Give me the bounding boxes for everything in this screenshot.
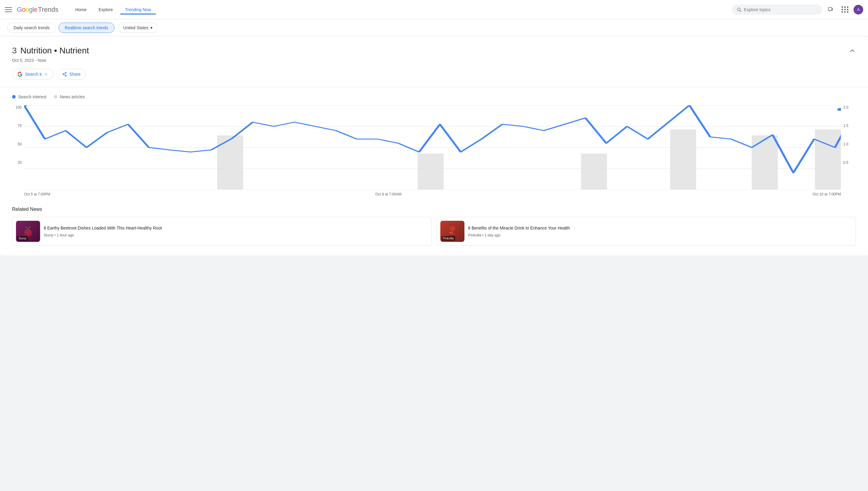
news-bar-4 xyxy=(670,129,696,190)
svg-line-7 xyxy=(64,73,65,74)
news-card-2[interactable]: Pinkvilla 8 Benefits of the Miracle Drin… xyxy=(436,217,856,246)
svg-point-20 xyxy=(450,232,451,234)
svg-point-14 xyxy=(24,229,32,235)
search-box[interactable] xyxy=(732,4,822,15)
header: Google Trends Home Explore Trending Now xyxy=(0,0,868,19)
user-avatar[interactable]: A xyxy=(854,5,863,15)
tab-realtime[interactable]: Realtime search trends xyxy=(59,23,115,33)
news-source-1: Slurrp xyxy=(44,233,53,237)
news-meta-2: Pinkvilla • 1 day ago xyxy=(468,233,852,237)
avatar-text: A xyxy=(857,7,860,12)
news-headline-1: 8 Earthy Beetroot Dishes Loaded With Thi… xyxy=(44,225,428,231)
chart-section: Search interest News articles 100 75 50 … xyxy=(0,87,868,199)
apps-icon xyxy=(841,6,849,13)
news-card-1[interactable]: Slurrp 8 Earthy Beetroot Dishes Loaded W… xyxy=(12,217,432,246)
header-right: A xyxy=(732,4,863,16)
svg-rect-2 xyxy=(829,7,832,10)
svg-point-3 xyxy=(65,72,66,73)
google-trends-logo[interactable]: Google Trends xyxy=(17,6,59,13)
y-right-1-5: 1.5 xyxy=(843,124,848,128)
y-right-2: 2.0 xyxy=(843,105,848,110)
chevron-up-icon xyxy=(849,47,856,54)
nav-explore[interactable]: Explore xyxy=(94,5,118,15)
card-number: 3 xyxy=(12,46,17,56)
news-bar-2 xyxy=(418,153,444,190)
svg-point-21 xyxy=(453,231,456,233)
card-date: Oct 5, 2023 - Now xyxy=(12,58,856,63)
y-axis-50: 50 xyxy=(18,142,22,146)
header-left: Google Trends Home Explore Trending Now xyxy=(5,5,156,15)
news-thumbnail-1: Slurrp xyxy=(16,221,40,242)
y-axis-75: 75 xyxy=(18,124,22,128)
search-it-label: Search it xyxy=(25,72,41,77)
news-info-2: 8 Benefits of the Miracle Drink to Enhan… xyxy=(468,225,852,237)
search-it-button[interactable]: Search it xyxy=(12,69,53,80)
trend-chart xyxy=(24,105,841,190)
news-source-badge-1: Slurrp xyxy=(17,236,28,241)
news-grid: Slurrp 8 Earthy Beetroot Dishes Loaded W… xyxy=(12,217,856,246)
dropdown-arrow-icon xyxy=(44,72,48,76)
chart-dot-end xyxy=(837,108,841,111)
trend-card: 3 Nutrition • Nutrient Oct 5, 2023 - Now… xyxy=(0,36,868,256)
svg-point-15 xyxy=(27,232,28,233)
feedback-button[interactable] xyxy=(825,4,837,16)
legend-search-dot xyxy=(12,95,16,98)
svg-point-5 xyxy=(65,75,66,76)
country-arrow: ▾ xyxy=(150,25,153,30)
news-bar-6 xyxy=(815,129,841,190)
news-source-2: Pinkvilla xyxy=(468,233,481,237)
share-icon xyxy=(62,72,67,77)
news-bar-1 xyxy=(217,136,243,190)
nav-home[interactable]: Home xyxy=(70,5,91,15)
y-right-1: 1.0 xyxy=(843,142,848,146)
news-source-badge-2: Pinkvilla xyxy=(441,236,455,241)
related-news-section: Related News xyxy=(0,199,868,256)
y-right-0-5: 0.5 xyxy=(843,161,848,165)
svg-line-1 xyxy=(740,10,741,12)
country-label: United States xyxy=(123,25,149,30)
search-icon xyxy=(737,7,741,12)
news-info-1: 8 Earthy Beetroot Dishes Loaded With Thi… xyxy=(44,225,428,237)
x-label-1: Oct 5 at 7:00PM xyxy=(24,192,50,196)
legend-search-label: Search interest xyxy=(18,94,46,99)
feedback-icon xyxy=(828,7,834,13)
legend-news-dot xyxy=(54,95,57,98)
nav-trending-now[interactable]: Trending Now xyxy=(120,5,156,15)
hamburger-menu[interactable] xyxy=(5,6,12,13)
tab-daily[interactable]: Daily search trends xyxy=(7,23,56,33)
tab-bar: Daily search trends Realtime search tren… xyxy=(0,19,868,36)
country-selector[interactable]: United States ▾ xyxy=(118,23,158,33)
news-meta-1: Slurrp • 1 hour ago xyxy=(44,233,428,237)
svg-point-19 xyxy=(451,235,454,236)
google-g-icon xyxy=(17,71,23,77)
main-content: 3 Nutrition • Nutrient Oct 5, 2023 - Now… xyxy=(0,36,868,256)
svg-point-4 xyxy=(63,74,64,75)
chart-dot-start xyxy=(24,105,27,107)
svg-line-6 xyxy=(64,75,65,76)
share-button[interactable]: Share xyxy=(57,69,86,80)
legend-news-label: News articles xyxy=(60,94,85,99)
search-input[interactable] xyxy=(744,7,817,12)
y-axis-25: 25 xyxy=(18,161,22,165)
logo-trends-text: Trends xyxy=(38,6,59,13)
card-header: 3 Nutrition • Nutrient Oct 5, 2023 - Now… xyxy=(0,36,868,87)
news-time-2: 1 day ago xyxy=(485,233,501,237)
y-axis-100: 100 xyxy=(16,105,22,110)
chart-legend: Search interest News articles xyxy=(12,94,856,99)
news-bar-5 xyxy=(752,136,778,190)
news-thumbnail-2: Pinkvilla xyxy=(440,221,464,242)
card-title: Nutrition • Nutrient xyxy=(21,46,89,56)
svg-point-17 xyxy=(450,226,456,231)
news-headline-2: 8 Benefits of the Miracle Drink to Enhan… xyxy=(468,225,852,231)
main-nav: Home Explore Trending Now xyxy=(70,5,156,15)
x-label-3: Oct 10 at 7:00PM xyxy=(813,192,841,196)
x-label-2: Oct 8 at 7:00AM xyxy=(375,192,401,196)
news-bar-3 xyxy=(581,153,607,190)
card-actions: Search it Share xyxy=(12,69,856,80)
apps-button[interactable] xyxy=(839,4,851,16)
legend-search-interest: Search interest xyxy=(12,94,46,99)
collapse-button[interactable] xyxy=(849,47,856,56)
legend-news-articles: News articles xyxy=(54,94,85,99)
share-label: Share xyxy=(69,72,81,77)
related-news-title: Related News xyxy=(12,207,856,212)
